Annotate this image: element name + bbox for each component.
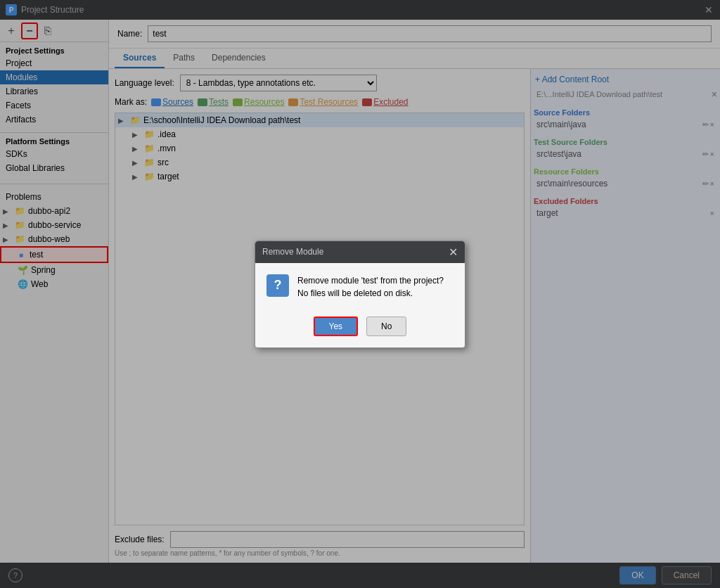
dialog-question-icon: ?: [266, 274, 289, 297]
dialog-buttons: Yes No: [255, 311, 465, 347]
dialog-overlay: Remove Module ✕ ? Remove module 'test' f…: [0, 0, 720, 588]
dialog-message-line2: No files will be deleted on disk.: [297, 287, 444, 300]
dialog-title-bar: Remove Module ✕: [255, 241, 465, 263]
dialog-close-button[interactable]: ✕: [449, 245, 458, 259]
dialog-title: Remove Module: [262, 247, 323, 257]
dialog-message: Remove module 'test' from the project? N…: [297, 274, 444, 300]
dialog-message-line1: Remove module 'test' from the project?: [297, 274, 444, 287]
dialog-body: ? Remove module 'test' from the project?…: [255, 263, 465, 311]
dialog-no-button[interactable]: No: [366, 317, 406, 336]
dialog-yes-button[interactable]: Yes: [314, 317, 359, 336]
remove-module-dialog: Remove Module ✕ ? Remove module 'test' f…: [255, 241, 465, 348]
